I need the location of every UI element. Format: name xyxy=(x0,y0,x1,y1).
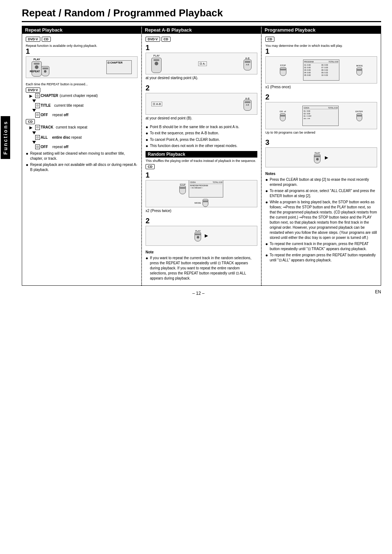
random-step2-num: 2 xyxy=(146,217,257,224)
remote-gr xyxy=(280,113,286,121)
remote-stop-prog xyxy=(280,67,286,76)
ab-step1: 1 PLAY ⊡ A- A-B xyxy=(146,44,257,81)
random-playback-header: Random Playback xyxy=(146,151,257,158)
functions-tab: Functions xyxy=(1,116,10,159)
remote-stop-random xyxy=(179,186,186,194)
prog-step2-num: 2 xyxy=(265,93,377,101)
ab-step1-illustration: PLAY ⊡ A- A-B A-B xyxy=(146,53,257,74)
random-step2: 2 PLAY ▶ xyxy=(146,217,257,247)
dvdv-badge-ab: DVD·V xyxy=(146,37,160,42)
random-note-bullet-1: ● If you want to repeat the current trac… xyxy=(146,256,257,281)
programmed-playback-column: Programmed Playback CD You may determine… xyxy=(262,26,381,285)
ab-point-b-note: ● Point B should be in the same title or… xyxy=(146,125,257,149)
prog-step1-illustration: STOP PROGRAMTOTAL:0:00 01: 0:0006: 0:00 xyxy=(265,56,377,83)
programmed-notes: ● Press the CLEAR button at step [2] to … xyxy=(265,177,377,263)
random-intro: This shuffles the playing order of track… xyxy=(146,159,257,163)
remote-enter xyxy=(356,113,362,121)
chain-off-dvdv: ⊡ OFF repeat off xyxy=(29,113,138,118)
dvdv-section-label: DVD·V xyxy=(26,87,138,92)
prog-step3: 3 PLAY ▶ xyxy=(265,139,377,169)
prog-step1-caption: x1 (Press once) xyxy=(265,85,377,89)
prog-note-1: ● Press the CLEAR button at step [2] to … xyxy=(265,177,377,187)
ab-step1-caption: at your desired starting point (A). xyxy=(146,76,257,80)
programmed-notes-label: Notes xyxy=(265,172,377,176)
repeat-playback-column: Repeat Playback DVD·V CD Repeat function… xyxy=(22,26,142,285)
screen-random: CD/DATOTAL:0:00 RANDOM PROGRAM —no indic… xyxy=(189,180,223,197)
prog-step1: 1 STOP PROGRAMTOTAL:0:00 xyxy=(265,48,377,90)
repeat-playback-header: Repeat Playback xyxy=(22,26,141,34)
dvdv-chain: ▶ ⊡ CHAPTER (current chapter repeat) ⊡ T… xyxy=(29,93,138,118)
cd-chain: ▶ ⊡ TRACK current track repeat ⊡ ALL ent… xyxy=(29,125,138,149)
ab-bullet-exit: ● To exit the sequence, press the A-B bu… xyxy=(146,131,257,136)
dvdv-label: DVD·V xyxy=(26,87,40,93)
prog-step1-num: 1 xyxy=(265,48,377,55)
page-title: Repeat / Random / Programmed Playback xyxy=(22,7,381,22)
lang-label: EN xyxy=(375,289,381,296)
repeat-ab-column: Repeat A-B Playback DVD·V CD 1 PLAY xyxy=(142,26,262,285)
repeat-bullets: ● Repeat setting will be cleared when mo… xyxy=(26,151,138,172)
cd-section-label: CD xyxy=(26,119,138,123)
prog-step2-illustration: GR. of CD/DATOTAL:0:03 01: 3:00 02 xyxy=(265,102,377,129)
random-step1-num: 1 xyxy=(146,171,257,179)
chain-chapter: ▶ ⊡ CHAPTER (current chapter repeat) xyxy=(29,93,138,99)
random-step1-caption: x2 (Press twice) xyxy=(146,209,257,213)
programmed-intro: You may determine the order in which tra… xyxy=(265,44,377,48)
repeat-step1-illustration: PLAY ⊡ CHAPTER RE xyxy=(26,56,138,78)
ab-bullet-notwork: ● This function does not work in the oth… xyxy=(146,143,257,148)
ab-step2-num: 2 xyxy=(146,84,257,91)
chain-title: ⊡ TITLE current title repeat xyxy=(29,103,138,108)
ab-step1-num: 1 xyxy=(146,44,257,51)
cd-badge-random: CD xyxy=(146,164,155,169)
repeat-bullet-2: ● Repeat playback are not available with… xyxy=(26,162,138,172)
remote-mode xyxy=(203,199,208,207)
screen-program: PROGRAMTOTAL:0:00 01: 0:0006: 0:00 02: 0… xyxy=(303,60,339,81)
random-step2-illustration: PLAY ▶ xyxy=(146,226,257,246)
programmed-device-icons: CD xyxy=(265,37,377,42)
prog-step3-num: 3 xyxy=(265,139,377,146)
prog-note-5: ● To repeat the entire program press the… xyxy=(265,253,377,263)
prog-note-3: ● While a program is being played back, … xyxy=(265,200,377,240)
repeat-ab-header: Repeat A-B Playback xyxy=(142,26,261,34)
chain-off-cd: ⊡ OFF repeat off xyxy=(29,144,138,150)
ab-step2-caption: at your desired end point (B). xyxy=(146,116,257,120)
cd-badge-repeat: CD xyxy=(42,37,51,42)
repeat-device-icons: DVD·V CD xyxy=(26,37,138,42)
random-step1-illustration: STOP CD/DATOTAL:0:00 RANDOM PROGRAM xyxy=(146,180,257,207)
remote-play-prog xyxy=(314,154,320,163)
ab-bullet-pointb: ● Point B should be in the same title or… xyxy=(146,125,257,130)
random-note-label: Note xyxy=(146,250,257,254)
ab-step2-illustration: ⊡ A-B A-B A-B xyxy=(146,93,257,115)
remote-play-random xyxy=(195,232,201,241)
remote-play-ab xyxy=(151,58,162,73)
cd-badge-prog: CD xyxy=(265,37,274,42)
repeat-bullet-1: ● Repeat setting will be cleared when mo… xyxy=(26,151,138,161)
random-note-bullets: ● If you want to repeat the current trac… xyxy=(146,256,257,281)
ab-step2: 2 ⊡ A-B A-B A-B at your desired end p xyxy=(146,84,257,122)
chain-all: ⊡ ALL entire disc repeat xyxy=(29,135,138,140)
screen-chapter: ⊡ CHAPTER xyxy=(106,60,132,74)
remote-ab-btn2: A-B xyxy=(244,100,252,111)
prog-step2: 2 GR. of CD/DATOTAL:0:03 xyxy=(265,93,377,136)
screen-program2: CD/DATOTAL:0:03 01: 3:00 02: 3:00 ALL CL… xyxy=(302,106,339,126)
programmed-playback-header: Programmed Playback xyxy=(262,26,381,34)
random-step1: 1 STOP CD/DATOTAL: xyxy=(146,171,257,214)
each-time-text: Each time the REPEAT button is pressed..… xyxy=(26,82,138,86)
repeat-step1: 1 PLAY ⊡ CHAPTER xyxy=(26,48,138,80)
ab-bullet-cancel: ● To cancel Point A, press the CLEAR but… xyxy=(146,137,257,142)
remote-mode-prog xyxy=(356,68,362,76)
dvdv-badge: DVD·V xyxy=(26,37,40,42)
repeat-ab-device-icons: DVD·V CD xyxy=(146,37,257,42)
prog-note-2: ● To erase all programs at once, select … xyxy=(265,188,377,199)
repeat-step1-num: 1 xyxy=(26,48,138,55)
repeat-intro: Repeat function is available only during… xyxy=(26,44,138,48)
remote-ab-btn: A-B xyxy=(244,60,252,70)
random-device-icons: CD xyxy=(146,164,257,169)
cd-label: CD xyxy=(26,119,35,124)
remote-repeat xyxy=(41,66,49,76)
prog-step2-caption: Up to 99 programs can be ordered xyxy=(265,131,377,134)
prog-step3-illustration: PLAY ▶ xyxy=(265,147,377,167)
page-number: – 12 – xyxy=(192,291,204,296)
cd-badge-ab: CD xyxy=(162,37,171,42)
chain-track: ▶ ⊡ TRACK current track repeat xyxy=(29,125,138,130)
prog-note-4: ● To repeat the current track in the pro… xyxy=(265,241,377,252)
